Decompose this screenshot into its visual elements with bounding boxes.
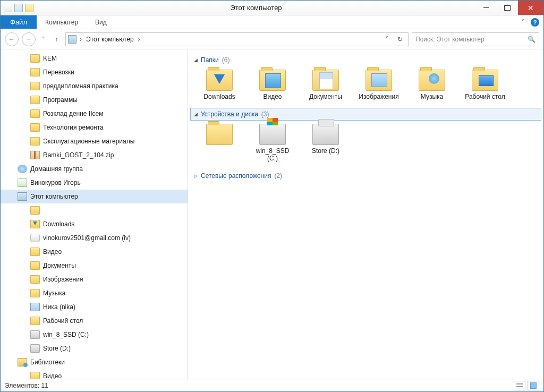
tree-item[interactable]: KEM [1,52,188,65]
item-icon [366,70,392,91]
folder-icon [30,248,40,256]
explorer-body: KEMПеревозкипреддипломная практикаПрогра… [1,49,543,379]
qat-newfolder-icon[interactable] [14,4,23,12]
search-icon: 🔍 [528,36,536,43]
tree-item[interactable]: Перевозки [1,65,188,79]
item-label: Store (D:) [312,147,339,155]
refresh-button[interactable]: ↻ [394,36,406,43]
minimize-button[interactable] [475,1,497,15]
tree-item[interactable]: Изображения [1,272,188,286]
content-item[interactable] [197,124,242,162]
tree-item[interactable]: Технология ремонта [1,121,188,134]
file-tab[interactable]: Файл [1,15,37,29]
tree-item-label: Ника (nika) [43,303,75,311]
navigation-pane[interactable]: KEMПеревозкипреддипломная практикаПрогра… [1,49,188,379]
item-icon [206,124,233,145]
back-button[interactable]: ← [5,32,19,46]
view-details-button[interactable] [514,381,525,390]
tree-item[interactable]: Музыка [1,286,188,300]
content-item[interactable]: Downloads [197,70,242,100]
tree-item[interactable]: Эксплуатационные материалы [1,134,188,148]
quick-access-toolbar [1,4,37,12]
group-header-network[interactable]: ▷ Сетевые расположения (2) [190,169,541,182]
tree-item[interactable]: Винокуров Игорь [1,176,188,190]
tree-item[interactable]: Store (D:) [1,342,188,355]
tree-item[interactable]: Розклад денне IIсем [1,107,188,121]
content-item[interactable]: Изображения [356,70,402,100]
view-large-icons-button[interactable] [528,381,539,390]
tree-item-label: Этот компьютер [30,193,78,200]
tree-item[interactable]: Ника (nika) [1,300,188,314]
folder-icon [30,372,40,379]
item-label: Документы [309,93,342,100]
pc-icon [18,192,27,201]
tree-item[interactable]: преддипломная практика [1,79,188,93]
status-bar: Элементов: 11 [1,379,543,391]
content-item[interactable]: Музыка [409,70,455,100]
status-item-count: Элементов: 11 [5,382,48,389]
tree-item[interactable]: Downloads [1,217,188,231]
lib-icon [18,358,27,367]
tree-item-label: Рабочий стол [43,317,83,325]
search-placeholder: Поиск: Этот компьютер [415,36,528,43]
search-box[interactable]: Поиск: Этот компьютер 🔍 [412,32,539,46]
group-header-devices[interactable]: ◢ Устройства и диски (3) [190,108,541,121]
ribbon-tab-view[interactable]: Вид [87,15,115,29]
address-bar[interactable]: › Этот компьютер › ˅ ↻ [65,32,409,46]
tree-item[interactable]: win_8_SSD (C:) [1,328,188,342]
qat-properties-icon[interactable] [4,4,12,12]
folder-icon [30,82,40,90]
content-item[interactable]: win_8_SSD (C:) [250,124,295,162]
tree-item-label: KEM [43,55,57,62]
close-button[interactable]: ✕ [518,1,543,15]
tree-item[interactable]: Программы [1,93,188,107]
tree-item[interactable]: Видео [1,369,188,379]
folder-icon [30,317,40,325]
qat-open-icon[interactable] [25,4,33,12]
item-icon [206,70,233,91]
navigation-bar: ← → ˅ ↑ › Этот компьютер › ˅ ↻ Поиск: Эт… [1,29,543,49]
ribbon-collapse-icon[interactable]: ˅ [517,15,529,29]
folder-icon [30,206,40,215]
drive-icon [30,330,40,339]
content-item[interactable]: Видео [250,70,295,100]
forward-button[interactable]: → [22,32,36,46]
ribbon-tab-computer[interactable]: Компьютер [37,15,87,29]
maximize-button[interactable] [497,1,518,15]
folder-icon [30,54,40,63]
tree-item[interactable]: Домашняя группа [1,162,188,176]
help-icon[interactable]: ? [531,18,539,27]
tree-item-label: Downloads [43,220,74,228]
breadcrumb-chevron-icon[interactable]: › [79,36,83,43]
tree-item[interactable] [1,203,188,217]
item-label: Видео [263,93,282,100]
collapse-icon: ◢ [194,57,198,63]
item-icon [259,124,286,145]
tree-item-label: Винокуров Игорь [30,179,81,186]
tree-item-label: Изображения [43,276,83,283]
group-header-folders[interactable]: ◢ Папки (6) [190,54,541,66]
breadcrumb-chevron-icon[interactable]: › [137,36,141,43]
tree-item[interactable]: vinokurov2501@gmail.com (iv) [1,231,188,245]
content-pane[interactable]: ◢ Папки (6) DownloadsВидеоДокументыИзобр… [188,49,543,379]
content-item[interactable]: Store (D:) [303,124,348,162]
up-button[interactable]: ↑ [50,33,62,45]
recent-locations-button[interactable]: ˅ [39,35,47,44]
tree-item[interactable]: Ramki_GOST_2_104.zip [1,148,188,162]
tree-item-label: Store (D:) [43,345,71,352]
content-item[interactable]: Документы [303,70,348,100]
tree-item[interactable]: Рабочий стол [1,314,188,328]
content-item[interactable]: Рабочий стол [462,70,508,100]
tree-item[interactable]: Этот компьютер [1,190,188,203]
tree-item-label: win_8_SSD (C:) [43,331,89,338]
window-controls: ✕ [475,1,543,15]
folder-icon [30,137,40,146]
tree-item[interactable]: Библиотеки [1,355,188,369]
tree-item[interactable]: Документы [1,259,188,272]
address-history-button[interactable]: ˅ [382,36,392,43]
devices-row: win_8_SSD (C:)Store (D:) [190,121,541,169]
tree-item[interactable]: Видео [1,245,188,259]
folder-icon [30,109,40,118]
breadcrumb-root[interactable]: Этот компьютер [85,36,135,43]
tree-item-label: vinokurov2501@gmail.com (iv) [43,234,131,242]
